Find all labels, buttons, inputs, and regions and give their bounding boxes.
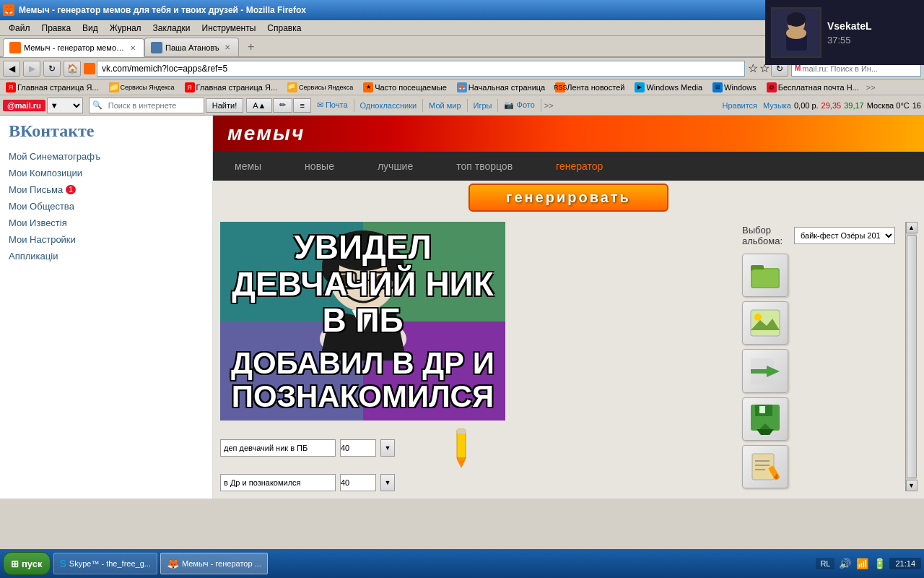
taskbar-memych[interactable]: 🦊 Мемыч - генератор ... — [160, 553, 268, 574]
size-arrow-2[interactable]: ▼ — [380, 474, 395, 491]
bookmark-ya2[interactable]: Я Главная страница Я... — [182, 82, 281, 93]
menu-edit[interactable]: Правка — [36, 22, 77, 35]
size-input-2[interactable] — [340, 474, 376, 491]
bookmark-visited[interactable]: ★ Часто посещаемые — [360, 82, 450, 93]
more-mail-links[interactable]: >> — [544, 101, 554, 110]
start-button[interactable]: ⊞ пуск — [3, 552, 51, 575]
size-arrow-1[interactable]: ▼ — [380, 439, 395, 457]
menu-tools[interactable]: Инструменты — [196, 22, 262, 35]
bookmark-ya1[interactable]: Я Главная страница Я... — [3, 82, 102, 93]
battery-icon: 🔋 — [872, 556, 886, 571]
translate-btn[interactable]: ≡ — [293, 98, 310, 113]
svg-marker-38 — [757, 429, 774, 435]
bookmark-news[interactable]: RSS Лента новостей — [552, 82, 627, 93]
taskbar-skype[interactable]: S Skype™ - the_free_g... — [53, 553, 157, 574]
mail-find-btn[interactable]: Найти! — [206, 98, 243, 113]
taskbar-memych-label: Мемыч - генератор ... — [182, 559, 261, 568]
nav-top[interactable]: топ творцов — [435, 152, 534, 181]
text-input-2[interactable] — [220, 474, 336, 491]
sidebar-link-letters[interactable]: Мои Письма — [9, 181, 63, 198]
svg-point-28 — [754, 314, 762, 321]
mail-link-ok[interactable]: Одноклассники — [357, 101, 420, 110]
pencil-container — [447, 426, 476, 470]
meme-text-bottom: ДОБАВИЛ В ДР И ПОЗНАКОМИЛСЯ — [220, 347, 505, 413]
generate-btn[interactable]: генерировать — [468, 184, 668, 212]
menu-view[interactable]: Вид — [77, 22, 104, 35]
meme-image-area: УВИДЕЛ ДЕВЧАЧИЙ НИК В ПБ — [220, 222, 732, 491]
reload-btn[interactable]: ↻ — [43, 61, 61, 77]
font-shrink-btn[interactable]: ✏ — [273, 98, 292, 113]
money-display: 0,00 р. — [794, 101, 819, 110]
pencil-icon — [447, 426, 476, 470]
tool-folder-btn[interactable] — [742, 254, 788, 297]
like-link[interactable]: Нравится — [720, 101, 761, 110]
tool-forward-btn[interactable] — [742, 349, 788, 392]
menu-bookmarks[interactable]: Закладки — [147, 22, 196, 35]
size-input-1[interactable] — [340, 439, 376, 457]
tab-pasha[interactable]: Паша Атановъ ✕ — [144, 38, 239, 56]
mail-link-mail[interactable]: ✉ Почта — [314, 100, 351, 110]
album-select[interactable]: байк-фест Озёры 2011 — [794, 227, 895, 244]
bookmark-windows[interactable]: ⊞ Windows — [710, 82, 759, 93]
svg-rect-5 — [788, 17, 792, 25]
new-tab-btn[interactable]: + — [242, 38, 261, 56]
svg-rect-20 — [457, 429, 466, 434]
sidebar-link-cinema[interactable]: Мой Синематографъ — [9, 148, 204, 165]
address-input[interactable] — [97, 61, 745, 77]
sidebar-link-settings[interactable]: Мои Настройки — [9, 231, 204, 248]
star-btn[interactable]: ☆ — [748, 61, 758, 75]
svg-marker-21 — [457, 460, 466, 468]
sidebar-link-news[interactable]: Мои Известія — [9, 215, 204, 231]
album-select-row: Выбор альбома: байк-фест Озёры 2011 — [742, 225, 895, 246]
tab-memych[interactable]: Мемыч - генератор мемов для тебя и т... … — [3, 38, 144, 57]
sidebar-link-music[interactable]: Мои Композиции — [9, 165, 204, 181]
taskbar-skype-label: Skype™ - the_free_g... — [69, 559, 151, 568]
nav-new[interactable]: новые — [283, 152, 356, 181]
text-input-1[interactable] — [220, 439, 336, 457]
bookmark-folder-services[interactable]: 📁 Сервисы Яндекса — [106, 82, 178, 93]
scroll-down-btn[interactable]: ▼ — [906, 480, 918, 491]
more-bookmarks-btn[interactable]: >> — [866, 83, 876, 92]
home-btn[interactable]: 🏠 — [64, 61, 81, 77]
menu-journal[interactable]: Журнал — [104, 22, 147, 35]
font-size-btn[interactable]: A▲ — [246, 98, 272, 113]
bookmark-services2[interactable]: 📁 Сервисы Яндекса — [284, 82, 356, 93]
nav-generator[interactable]: генератор — [534, 152, 624, 181]
forward-btn[interactable]: ▶ — [23, 61, 40, 77]
menu-file[interactable]: Файл — [3, 22, 36, 35]
tab-close-pasha[interactable]: ✕ — [222, 43, 232, 53]
meme-text-top: УВИДЕЛ ДЕВЧАЧИЙ НИК В ПБ — [220, 229, 505, 339]
search-input[interactable] — [802, 64, 918, 73]
back-btn[interactable]: ◀ — [3, 61, 20, 77]
scrollbar-right[interactable]: ▲ ▼ — [905, 222, 917, 491]
tool-edit-btn[interactable] — [742, 445, 788, 488]
bookmark-mail[interactable]: @ Бесплатная почта Н... — [764, 82, 862, 93]
mail-link-games[interactable]: Игры — [471, 101, 495, 110]
right-panel: Выбор альбома: байк-фест Озёры 2011 — [739, 222, 898, 491]
music-link[interactable]: Музыка — [763, 101, 791, 110]
tool-save-btn[interactable] — [742, 397, 788, 441]
bookmark-windows-media[interactable]: ▶ Windows Media — [632, 82, 705, 93]
tool-image-btn[interactable] — [742, 301, 788, 345]
svg-rect-35 — [759, 406, 765, 413]
menu-help[interactable]: Справка — [261, 22, 307, 35]
mail-account-select[interactable]: ▼ — [47, 98, 83, 113]
tab-close-memych[interactable]: ✕ — [128, 43, 138, 53]
search-provider-logo: M — [795, 64, 801, 72]
sidebar-link-societies[interactable]: Мои Общества — [9, 198, 204, 215]
nav-memes[interactable]: мемы — [213, 152, 283, 181]
browser-content: ВКонтакте Мой Синематографъ Мои Композиц… — [0, 116, 924, 499]
price1: 29,35 — [821, 101, 842, 110]
sound-icon[interactable]: 🔊 — [837, 556, 852, 571]
mail-link-photo[interactable]: 📷 Фото — [501, 100, 537, 110]
bookmark-homepage[interactable]: 🦊 Начальная страница — [454, 82, 548, 93]
user-time: 37:55 — [827, 35, 871, 46]
scroll-up-btn[interactable]: ▲ — [906, 222, 918, 233]
user-badge: VsekateL 37:55 — [765, 0, 924, 65]
mail-search-input[interactable] — [105, 98, 204, 113]
scroll-thumb[interactable] — [907, 235, 917, 478]
sidebar-link-apps[interactable]: Аппликаціи — [9, 248, 204, 264]
mail-link-myworld[interactable]: Мой мир — [426, 101, 463, 110]
price2: 39,17 — [844, 101, 864, 110]
nav-best[interactable]: лучшие — [356, 152, 435, 181]
